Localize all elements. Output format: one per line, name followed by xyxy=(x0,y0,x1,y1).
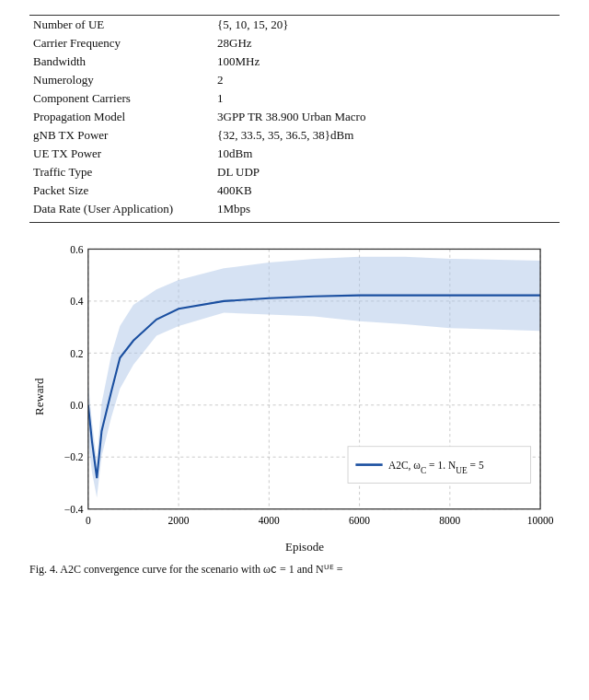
param-value: 3GPP TR 38.900 Urban Macro xyxy=(214,108,560,126)
param-value: 28GHz xyxy=(214,34,560,52)
svg-text:10000: 10000 xyxy=(527,515,554,526)
table-row: Packet Size400KB xyxy=(29,181,560,200)
param-name: gNB TX Power xyxy=(29,126,214,145)
param-name: Data Rate (User Application) xyxy=(29,200,214,223)
table-row: Number of UE{5, 10, 15, 20} xyxy=(29,16,560,35)
param-name: Numerology xyxy=(29,71,214,89)
param-name: Component Carriers xyxy=(29,89,214,108)
table-row: gNB TX Power{32, 33.5, 35, 36.5, 38}dBm xyxy=(29,126,560,145)
y-axis-label: Reward xyxy=(29,239,50,554)
param-name: Carrier Frequency xyxy=(29,34,214,52)
svg-text:2000: 2000 xyxy=(168,515,190,526)
svg-text:−0.2: −0.2 xyxy=(64,451,84,462)
chart-container: Reward xyxy=(29,239,560,554)
table-row: Data Rate (User Application)1Mbps xyxy=(29,200,560,223)
svg-text:−0.4: −0.4 xyxy=(64,504,84,515)
param-value: DL UDP xyxy=(214,163,560,181)
svg-text:0.6: 0.6 xyxy=(70,244,84,255)
param-name: Propagation Model xyxy=(29,108,214,126)
svg-text:0.4: 0.4 xyxy=(70,296,84,307)
param-value: {32, 33.5, 35, 36.5, 38}dBm xyxy=(214,126,560,145)
params-table: Number of UE{5, 10, 15, 20}Carrier Frequ… xyxy=(29,15,560,223)
param-value: 10dBm xyxy=(214,145,560,163)
param-value: 400KB xyxy=(214,181,560,200)
table-row: Carrier Frequency28GHz xyxy=(29,34,560,52)
table-row: Bandwidth100MHz xyxy=(29,52,560,71)
svg-text:6000: 6000 xyxy=(349,515,370,526)
table-row: Component Carriers1 xyxy=(29,89,560,108)
param-value: 1 xyxy=(214,89,560,108)
svg-text:0: 0 xyxy=(86,515,91,526)
svg-text:0.0: 0.0 xyxy=(70,400,84,411)
table-row: Numerology2 xyxy=(29,71,560,89)
table-row: Traffic TypeDL UDP xyxy=(29,163,560,181)
param-value: {5, 10, 15, 20} xyxy=(214,16,560,35)
svg-text:4000: 4000 xyxy=(259,515,280,526)
param-value: 100MHz xyxy=(214,52,560,71)
table-row: Propagation Model3GPP TR 38.900 Urban Ma… xyxy=(29,108,560,126)
param-value: 1Mbps xyxy=(214,200,560,223)
param-name: Packet Size xyxy=(29,181,214,200)
figure-caption: Fig. 4. A2C convergence curve for the sc… xyxy=(29,562,560,578)
param-value: 2 xyxy=(214,71,560,89)
table-row: UE TX Power10dBm xyxy=(29,145,560,163)
x-axis-label: Episode xyxy=(50,540,560,554)
svg-text:0.2: 0.2 xyxy=(70,348,84,359)
svg-text:8000: 8000 xyxy=(439,515,460,526)
chart-svg: −0.4 −0.2 0.0 0.2 0.4 0.6 0 2000 4000 60… xyxy=(50,239,560,538)
param-name: Number of UE xyxy=(29,16,214,35)
param-name: UE TX Power xyxy=(29,145,214,163)
param-name: Traffic Type xyxy=(29,163,214,181)
param-name: Bandwidth xyxy=(29,52,214,71)
